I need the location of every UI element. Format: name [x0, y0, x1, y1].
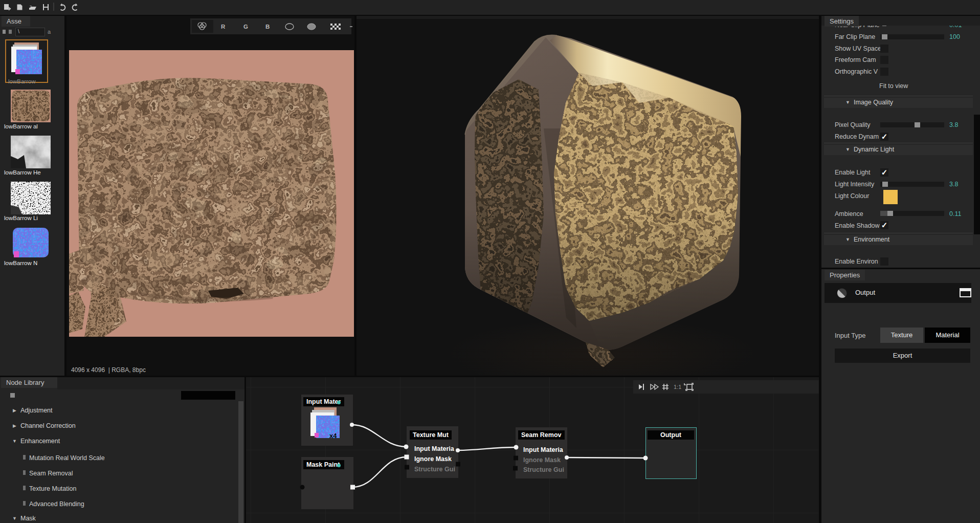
svg-text:R: R: [221, 24, 226, 30]
svg-text:G: G: [243, 24, 248, 30]
svg-text:B: B: [265, 24, 270, 30]
